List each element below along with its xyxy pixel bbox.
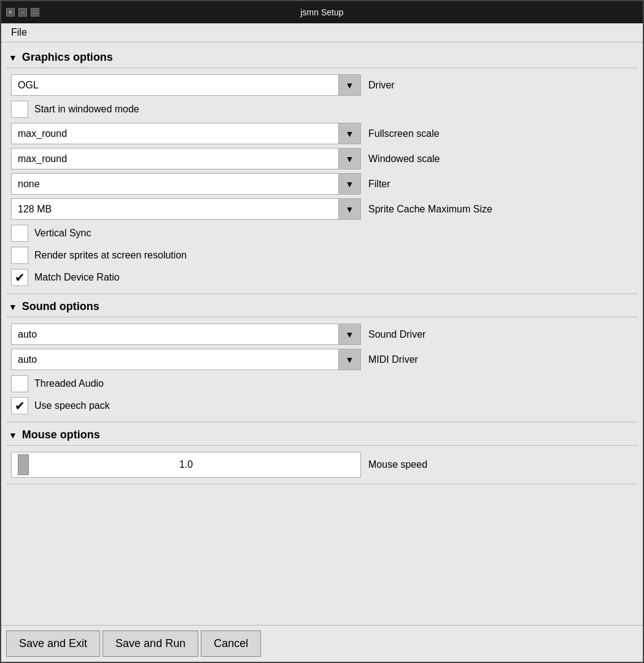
bottom-bar: Save and Exit Save and Run Cancel	[1, 625, 643, 662]
midi-driver-select-wrapper: auto ▼	[11, 349, 361, 370]
sound-section-label: Sound options	[22, 300, 99, 313]
graphics-section: ▼ Graphics options OGL ▼ Driver	[6, 47, 638, 294]
save-run-button[interactable]: Save and Run	[103, 630, 198, 657]
mouse-section-label: Mouse options	[22, 428, 100, 441]
speech-pack-label: Use speech pack	[34, 400, 110, 411]
threaded-audio-checkbox[interactable]	[11, 375, 28, 392]
windowed-mode-label: Start in windowed mode	[34, 104, 139, 115]
threaded-audio-row: Threaded Audio	[11, 375, 633, 392]
sprite-cache-row: 128 MB ▼ Sprite Cache Maximum Size	[11, 198, 633, 220]
sprite-cache-select-wrapper: 128 MB ▼	[11, 198, 361, 220]
driver-label: Driver	[368, 80, 633, 91]
sound-section-body: auto ▼ Sound Driver auto ▼ MIDI Driver	[6, 317, 638, 422]
windowed-scale-label: Windowed scale	[368, 153, 633, 165]
graphics-triangle-icon: ▼	[9, 53, 17, 63]
mouse-speed-row: 1.0 Mouse speed	[11, 452, 633, 478]
sprite-cache-label: Sprite Cache Maximum Size	[368, 204, 633, 215]
windowed-scale-arrow-icon[interactable]: ▼	[338, 149, 360, 169]
filter-select-wrapper: none ▼	[11, 173, 361, 195]
mouse-section: ▼ Mouse options 1.0 Mouse speed	[6, 425, 638, 484]
midi-driver-arrow-icon[interactable]: ▼	[338, 349, 360, 370]
filter-row: none ▼ Filter	[11, 173, 633, 195]
main-content: ▼ Graphics options OGL ▼ Driver	[1, 42, 643, 625]
match-device-ratio-row: ✔ Match Device Ratio	[11, 269, 633, 286]
sound-section: ▼ Sound options auto ▼ Sound Driver	[6, 297, 638, 422]
vertical-sync-row: Vertical Sync	[11, 225, 633, 242]
mouse-speed-slider-wrapper[interactable]: 1.0	[11, 452, 361, 478]
render-sprites-label: Render sprites at screen resolution	[34, 250, 187, 261]
graphics-section-label: Graphics options	[22, 51, 113, 64]
vertical-sync-label: Vertical Sync	[34, 228, 91, 239]
match-device-ratio-checkbox[interactable]: ✔	[11, 269, 28, 286]
mouse-speed-slider-track: 1.0	[12, 452, 360, 477]
main-window: ✕ – □ jsmn Setup File ▼ Graphics options…	[0, 0, 644, 663]
sound-triangle-icon: ▼	[9, 302, 17, 312]
menubar: File	[1, 23, 643, 42]
filter-label: Filter	[368, 179, 633, 190]
fullscreen-scale-arrow-icon[interactable]: ▼	[338, 123, 360, 144]
render-sprites-row: Render sprites at screen resolution	[11, 247, 633, 264]
graphics-section-header[interactable]: ▼ Graphics options	[6, 47, 638, 68]
window-title: jsmn Setup	[300, 7, 343, 17]
match-device-ratio-label: Match Device Ratio	[34, 272, 120, 283]
driver-select[interactable]: OGL	[12, 75, 338, 95]
speech-pack-checkbox[interactable]: ✔	[11, 397, 28, 414]
title-bar-controls: ✕ – □	[6, 8, 39, 17]
windowed-scale-row: max_round ▼ Windowed scale	[11, 148, 633, 169]
title-bar: ✕ – □ jsmn Setup	[1, 1, 643, 23]
sound-section-header[interactable]: ▼ Sound options	[6, 297, 638, 317]
sprite-cache-arrow-icon[interactable]: ▼	[338, 199, 360, 219]
sound-driver-select-wrapper: auto ▼	[11, 324, 361, 345]
mouse-speed-slider-thumb[interactable]	[18, 454, 29, 475]
windowed-mode-row: Start in windowed mode	[11, 101, 633, 118]
windowed-scale-select[interactable]: max_round	[12, 149, 338, 169]
file-menu[interactable]: File	[6, 26, 32, 39]
graphics-section-body: OGL ▼ Driver Start in windowed mode max	[6, 68, 638, 294]
fullscreen-scale-select[interactable]: max_round	[12, 123, 338, 144]
maximize-btn[interactable]: □	[31, 8, 39, 17]
cancel-button[interactable]: Cancel	[201, 630, 261, 657]
windowed-scale-select-wrapper: max_round ▼	[11, 148, 361, 169]
render-sprites-checkbox[interactable]	[11, 247, 28, 264]
driver-select-wrapper: OGL ▼	[11, 74, 361, 96]
driver-select-arrow-icon[interactable]: ▼	[338, 75, 360, 95]
midi-driver-label: MIDI Driver	[368, 354, 633, 365]
windowed-mode-checkbox[interactable]	[11, 101, 28, 118]
sound-driver-row: auto ▼ Sound Driver	[11, 324, 633, 345]
vertical-sync-checkbox[interactable]	[11, 225, 28, 242]
midi-driver-row: auto ▼ MIDI Driver	[11, 349, 633, 370]
sound-driver-label: Sound Driver	[368, 329, 633, 340]
mouse-triangle-icon: ▼	[9, 430, 17, 440]
fullscreen-scale-label: Fullscreen scale	[368, 128, 633, 139]
sprite-cache-select[interactable]: 128 MB	[12, 199, 338, 219]
fullscreen-scale-row: max_round ▼ Fullscreen scale	[11, 123, 633, 144]
midi-driver-select[interactable]: auto	[12, 349, 338, 370]
fullscreen-scale-select-wrapper: max_round ▼	[11, 123, 361, 144]
speech-pack-row: ✔ Use speech pack	[11, 397, 633, 414]
driver-row: OGL ▼ Driver	[11, 74, 633, 96]
close-btn[interactable]: ✕	[6, 8, 15, 17]
sound-driver-arrow-icon[interactable]: ▼	[338, 324, 360, 344]
mouse-speed-value: 1.0	[179, 459, 193, 470]
mouse-speed-label: Mouse speed	[368, 459, 633, 470]
mouse-section-body: 1.0 Mouse speed	[6, 445, 638, 484]
minimize-btn[interactable]: –	[18, 8, 27, 17]
threaded-audio-label: Threaded Audio	[34, 378, 104, 389]
save-exit-button[interactable]: Save and Exit	[6, 630, 100, 657]
mouse-section-header[interactable]: ▼ Mouse options	[6, 425, 638, 445]
sound-driver-select[interactable]: auto	[12, 324, 338, 344]
filter-arrow-icon[interactable]: ▼	[338, 174, 360, 194]
filter-select[interactable]: none	[12, 174, 338, 194]
